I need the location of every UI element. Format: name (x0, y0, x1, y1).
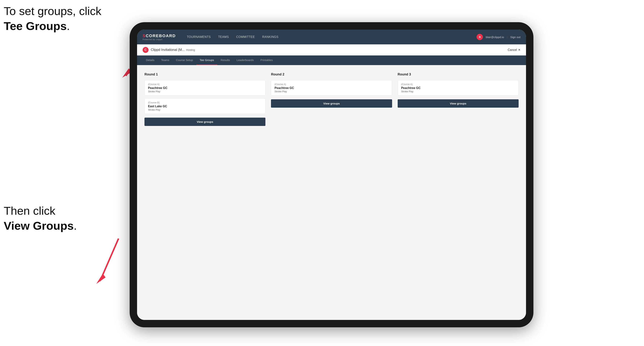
round-1-course-b-format: Stroke Play (148, 108, 262, 111)
tournament-name: Clippd Invitational (M... (151, 48, 185, 52)
tab-course-setup[interactable]: Course Setup (172, 55, 196, 65)
tab-results[interactable]: Results (217, 55, 233, 65)
instruction-punct: . (67, 20, 70, 32)
tournament-logo: C (142, 47, 148, 53)
user-email: blair@clippd.io (486, 35, 504, 39)
instruction-punct2: . (74, 219, 77, 232)
cancel-x-icon: ✕ (518, 48, 520, 52)
nav-rankings[interactable]: RANKINGS (258, 30, 282, 44)
nav-separator: | (507, 35, 508, 39)
nav-tournaments[interactable]: TOURNAMENTS (183, 30, 214, 44)
nav-links: TOURNAMENTS TEAMS COMMITTEE RANKINGS (183, 30, 477, 44)
sign-out-link[interactable]: Sign out (510, 35, 520, 39)
sub-nav: Details Teams Course Setup Tee Groups Re… (137, 55, 526, 65)
round-1-course-a-name: Peachtree GC (148, 86, 262, 90)
round-1-title: Round 1 (144, 72, 266, 76)
instruction-line1: To set groups, click (4, 5, 101, 17)
instruction-view-groups: View Groups (4, 219, 74, 232)
round-3-course-a-name: Peachtree GC (401, 86, 515, 90)
round-1-course-b-label: (Course B) (148, 101, 262, 104)
round-1-view-groups-button[interactable]: View groups (144, 118, 266, 126)
instruction-tee-groups: Tee Groups (4, 20, 67, 32)
round-2-course-a-card: (Course A) Peachtree GC Stroke Play (271, 80, 392, 96)
instruction-top: To set groups, click Tee Groups. (4, 4, 101, 33)
round-2-course-a-name: Peachtree GC (274, 86, 388, 90)
round-1-course-a-format: Stroke Play (148, 90, 262, 93)
nav-committee[interactable]: COMMITTEE (232, 30, 258, 44)
round-2-column: Round 2 (Course A) Peachtree GC Stroke P… (271, 72, 392, 108)
round-3-course-a-format: Stroke Play (401, 90, 515, 93)
logo-sub: Powered by clippit (142, 38, 176, 40)
logo-area: SCOREBOARD Powered by clippit (142, 33, 176, 40)
nav-right: B blair@clippd.io | Sign out (476, 34, 520, 40)
tournament-bar: C Clippd Invitational (M... Hosting Canc… (137, 44, 526, 55)
tab-printables[interactable]: Printables (257, 55, 276, 65)
logo-text: SCOREBOARD (142, 33, 176, 38)
round-3-course-a-card: (Course A) Peachtree GC Stroke Play (398, 80, 518, 96)
cancel-label: Cancel (508, 48, 517, 52)
round-2-title: Round 2 (271, 72, 392, 76)
main-content: Round 1 (Course A) Peachtree GC Stroke P… (137, 65, 526, 320)
tablet-screen: SCOREBOARD Powered by clippit TOURNAMENT… (137, 30, 526, 320)
round-1-course-b-name: East Lake GC (148, 105, 262, 108)
logo-c: S (142, 33, 146, 38)
instruction-then-click: Then click (4, 204, 56, 217)
user-avatar: B (476, 34, 483, 40)
tab-details[interactable]: Details (142, 55, 158, 65)
svg-marker-3 (96, 274, 106, 284)
hosting-badge: Hosting (186, 48, 195, 51)
round-2-course-a-label: (Course A) (274, 83, 388, 86)
round-3-title: Round 3 (398, 72, 518, 76)
tablet-shell: SCOREBOARD Powered by clippit TOURNAMENT… (130, 22, 534, 327)
tab-teams[interactable]: Teams (158, 55, 172, 65)
tab-tee-groups[interactable]: Tee Groups (196, 55, 218, 65)
top-nav: SCOREBOARD Powered by clippit TOURNAMENT… (137, 30, 526, 44)
tab-leaderboards[interactable]: Leaderboards (233, 55, 257, 65)
round-3-course-a-label: (Course A) (401, 83, 515, 86)
nav-teams[interactable]: TEAMS (214, 30, 233, 44)
round-2-course-a-format: Stroke Play (274, 90, 388, 93)
round-1-course-a-label: (Course A) (148, 83, 262, 86)
instruction-bottom: Then click View Groups. (4, 203, 77, 233)
arrow-to-view-groups (85, 235, 126, 290)
round-3-view-groups-button[interactable]: View groups (398, 99, 518, 108)
round-1-column: Round 1 (Course A) Peachtree GC Stroke P… (144, 72, 266, 126)
rounds-grid: Round 1 (Course A) Peachtree GC Stroke P… (144, 72, 518, 126)
round-1-course-a-card: (Course A) Peachtree GC Stroke Play (144, 80, 266, 96)
cancel-button[interactable]: Cancel ✕ (508, 48, 520, 52)
round-1-course-b-card: (Course B) East Lake GC Stroke Play (144, 98, 266, 114)
round-3-column: Round 3 (Course A) Peachtree GC Stroke P… (398, 72, 518, 108)
round-2-view-groups-button[interactable]: View groups (271, 99, 392, 108)
